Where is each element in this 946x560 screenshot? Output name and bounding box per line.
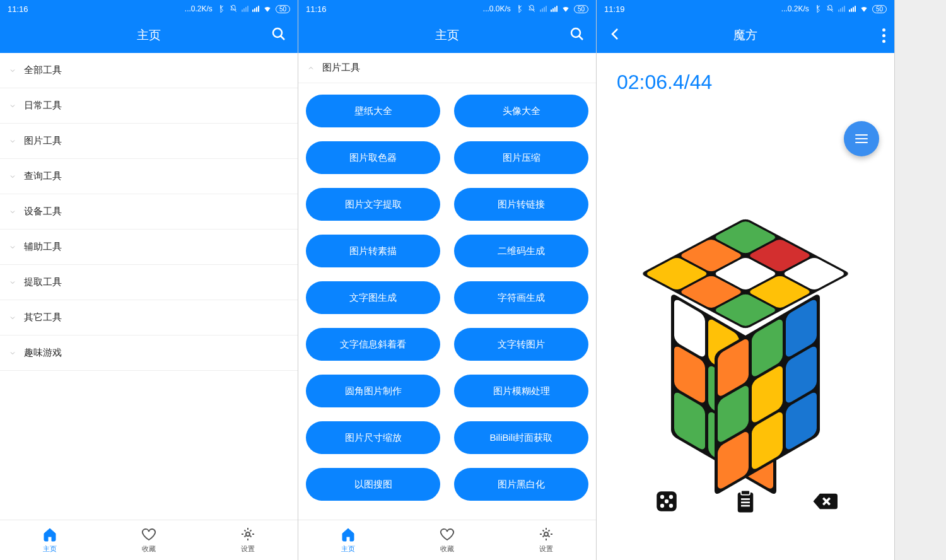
search-icon bbox=[271, 26, 286, 42]
page-title: 主页 bbox=[435, 27, 459, 44]
signal-weak-icon bbox=[242, 6, 248, 12]
category-item[interactable]: 设备工具 bbox=[0, 194, 298, 230]
nav-item-gear[interactable]: 设置 bbox=[199, 520, 298, 560]
status-time: 11:16 bbox=[306, 4, 327, 14]
app-bar: 主页 bbox=[298, 18, 596, 53]
svg-point-0 bbox=[273, 28, 282, 37]
search-icon bbox=[569, 26, 585, 42]
svg-point-2 bbox=[246, 532, 250, 536]
signal-weak-icon bbox=[540, 6, 547, 12]
battery-indicator: 50 bbox=[872, 5, 887, 13]
nav-label: 收藏 bbox=[440, 544, 454, 554]
battery-indicator: 50 bbox=[276, 5, 290, 13]
svg-line-1 bbox=[281, 36, 284, 40]
cube-area[interactable] bbox=[597, 166, 894, 497]
signal-icon bbox=[551, 6, 558, 12]
category-item[interactable]: 辅助工具 bbox=[0, 230, 298, 265]
status-net: ...0.0K/s bbox=[483, 4, 511, 13]
svg-point-7 bbox=[660, 495, 664, 499]
chevron-down-icon bbox=[9, 279, 16, 286]
cube-face-right bbox=[715, 293, 820, 496]
chevron-down-icon bbox=[9, 349, 16, 357]
tool-pill[interactable]: 图片文字提取 bbox=[306, 188, 440, 221]
tool-pill[interactable]: 图片黑白化 bbox=[454, 468, 588, 501]
content: 全部工具日常工具图片工具查询工具设备工具辅助工具提取工具其它工具趣味游戏 bbox=[0, 53, 298, 520]
tool-pill[interactable]: 图片尺寸缩放 bbox=[306, 421, 440, 454]
svg-rect-13 bbox=[741, 491, 750, 495]
rubiks-cube[interactable] bbox=[657, 199, 834, 464]
search-button[interactable] bbox=[569, 26, 585, 44]
back-button[interactable] bbox=[608, 26, 623, 44]
tool-pill[interactable]: 图片压缩 bbox=[454, 141, 588, 174]
tool-pill[interactable]: 图片取色器 bbox=[306, 141, 440, 174]
wifi-icon bbox=[561, 4, 570, 13]
backspace-icon[interactable] bbox=[811, 488, 838, 515]
tool-pill[interactable]: 壁纸大全 bbox=[306, 95, 440, 127]
category-label: 全部工具 bbox=[24, 64, 62, 76]
nav-item-heart[interactable]: 收藏 bbox=[99, 520, 198, 560]
bluetooth-icon bbox=[515, 4, 523, 13]
bluetooth-icon bbox=[813, 4, 822, 13]
category-item[interactable]: 日常工具 bbox=[0, 88, 298, 124]
gear-icon bbox=[240, 527, 255, 542]
screen-tools: 11:16 ...0.0K/s 50 主页 图片工具 壁纸大全头像大全图片取色器… bbox=[298, 0, 597, 560]
mute-icon bbox=[826, 4, 834, 13]
nav-item-home[interactable]: 主页 bbox=[298, 520, 397, 560]
category-label: 其它工具 bbox=[24, 312, 62, 324]
mute-icon bbox=[229, 4, 238, 13]
signal-icon bbox=[252, 6, 259, 12]
tool-pill[interactable]: 图片转素描 bbox=[306, 235, 440, 267]
nav-item-heart[interactable]: 收藏 bbox=[397, 520, 496, 560]
wifi-icon bbox=[263, 4, 272, 13]
tool-pill[interactable]: 文字转图片 bbox=[454, 328, 588, 361]
nav-item-gear[interactable]: 设置 bbox=[497, 520, 596, 560]
nav-label: 收藏 bbox=[142, 544, 156, 554]
nav-label: 设置 bbox=[539, 544, 553, 554]
category-label: 辅助工具 bbox=[24, 241, 62, 253]
tool-pill[interactable]: 文字信息斜着看 bbox=[306, 328, 440, 361]
tool-pill[interactable]: 文字图生成 bbox=[306, 281, 440, 314]
category-item[interactable]: 趣味游戏 bbox=[0, 335, 298, 371]
category-label: 日常工具 bbox=[24, 100, 62, 112]
menu-fab[interactable] bbox=[844, 121, 879, 156]
more-button[interactable] bbox=[882, 28, 885, 43]
tool-pill[interactable]: 头像大全 bbox=[454, 95, 588, 127]
tool-pill[interactable]: 图片模糊处理 bbox=[454, 375, 588, 407]
category-item[interactable]: 查询工具 bbox=[0, 159, 298, 194]
expanded-category-header[interactable]: 图片工具 bbox=[298, 53, 596, 83]
category-item[interactable]: 全部工具 bbox=[0, 53, 298, 88]
status-bar: 11:16 ...0.2K/s 50 bbox=[0, 0, 298, 18]
content: 图片工具 壁纸大全头像大全图片取色器图片压缩图片文字提取图片转链接图片转素描二维… bbox=[298, 53, 596, 520]
battery-indicator: 50 bbox=[574, 5, 588, 13]
tool-pill[interactable]: 字符画生成 bbox=[454, 281, 588, 314]
app-bar: 魔方 bbox=[597, 18, 894, 53]
status-net: ...0.2K/s bbox=[781, 4, 809, 13]
chevron-down-icon bbox=[9, 102, 16, 110]
category-label: 图片工具 bbox=[24, 135, 62, 147]
nav-item-home[interactable]: 主页 bbox=[0, 520, 99, 560]
app-bar: 主页 bbox=[0, 18, 298, 53]
category-item[interactable]: 其它工具 bbox=[0, 300, 298, 335]
category-item[interactable]: 图片工具 bbox=[0, 124, 298, 159]
signal-weak-icon bbox=[838, 6, 845, 12]
tool-pill[interactable]: 圆角图片制作 bbox=[306, 375, 440, 407]
bottom-nav: 主页收藏设置 bbox=[298, 520, 596, 560]
tool-pill[interactable]: BiliBili封面获取 bbox=[454, 421, 588, 454]
chevron-down-icon bbox=[9, 67, 16, 74]
category-item[interactable]: 提取工具 bbox=[0, 265, 298, 300]
dice-icon[interactable] bbox=[653, 488, 680, 515]
status-bar: 11:19 ...0.2K/s 50 bbox=[597, 0, 894, 18]
screen-cube: 11:19 ...0.2K/s 50 魔方 02:06.4/44 bbox=[597, 0, 895, 560]
tool-pill[interactable]: 图片转链接 bbox=[454, 188, 588, 221]
search-button[interactable] bbox=[271, 26, 286, 44]
category-label: 趣味游戏 bbox=[24, 347, 62, 359]
chevron-down-icon bbox=[9, 208, 16, 216]
svg-point-5 bbox=[544, 532, 548, 536]
nav-label: 主页 bbox=[341, 544, 355, 554]
category-label: 查询工具 bbox=[24, 170, 62, 182]
tool-pill[interactable]: 以图搜图 bbox=[306, 468, 440, 501]
category-label: 设备工具 bbox=[24, 206, 62, 218]
tool-pill[interactable]: 二维码生成 bbox=[454, 235, 588, 267]
bluetooth-icon bbox=[216, 4, 225, 13]
clipboard-icon[interactable] bbox=[732, 488, 759, 515]
